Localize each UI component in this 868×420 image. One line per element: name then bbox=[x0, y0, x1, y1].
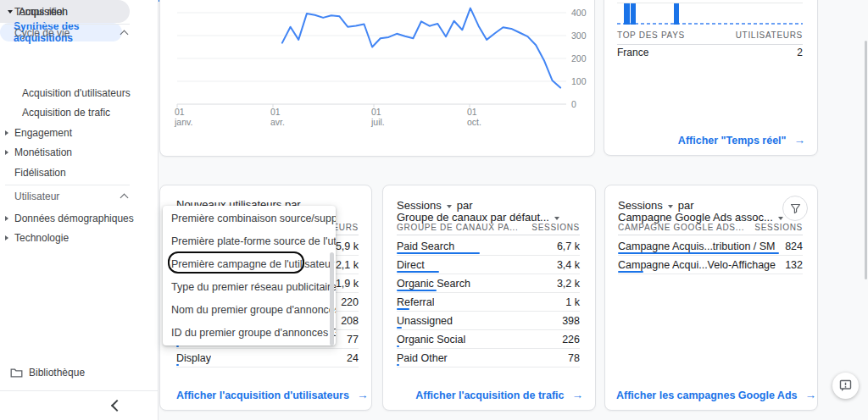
divider bbox=[5, 185, 130, 185]
triangle-down-icon bbox=[8, 10, 13, 14]
dropdown-caret-icon bbox=[447, 205, 452, 208]
table-header: CAMPAGNE GOOGLE ADS... SESSIONS bbox=[618, 223, 803, 232]
metric-selector[interactable]: Sessions par bbox=[397, 199, 473, 212]
row-label: Display bbox=[176, 352, 211, 364]
table-row: Unassigned398 bbox=[397, 312, 580, 330]
arrow-right-icon: → bbox=[804, 389, 816, 401]
view-google-ads-campaigns-link[interactable]: Afficher les campagnes Google Ads→ bbox=[616, 389, 804, 401]
sidebar-item-technologie[interactable]: Technologie bbox=[5, 229, 69, 247]
triangle-right-icon bbox=[5, 150, 8, 155]
row-value: 78 bbox=[568, 352, 580, 364]
link-label: Afficher les campagnes Google Ads bbox=[616, 390, 797, 401]
triangle-right-icon bbox=[5, 130, 8, 135]
sidebar-item-monetisation[interactable]: Monétisation bbox=[5, 143, 72, 162]
sidebar-item-engagement[interactable]: Engagement bbox=[5, 124, 72, 142]
sidebar-item-label: Acquisition de trafic bbox=[22, 107, 110, 119]
triangle-right-icon bbox=[5, 216, 8, 221]
sidebar-item-acquisition-utilisateurs[interactable]: Acquisition d'utilisateurs bbox=[22, 84, 131, 102]
row-value: 2,1 k bbox=[336, 259, 359, 271]
row-label: Organic Social bbox=[397, 334, 465, 345]
metric-label: Sessions bbox=[618, 199, 663, 212]
row-value: 824 bbox=[785, 240, 803, 252]
dropdown-caret-icon bbox=[778, 217, 783, 220]
row-bar bbox=[397, 345, 399, 347]
sidebar-section-utilisateur[interactable]: Utilisateur bbox=[14, 190, 127, 203]
row-bar bbox=[397, 290, 437, 291]
x-axis-tick-label: 01oct. bbox=[467, 107, 481, 127]
page-scrollbar[interactable] bbox=[865, 41, 867, 279]
section-label: Cycle de vie bbox=[14, 27, 70, 39]
realtime-minute-bar bbox=[631, 3, 637, 25]
row-bar bbox=[176, 364, 179, 366]
sidebar-item-label: Fidélisation bbox=[14, 167, 66, 179]
triangle-right-icon bbox=[5, 235, 8, 240]
row-label: Referral bbox=[397, 296, 434, 308]
sidebar-item-bibliotheque[interactable]: Bibliothèque bbox=[10, 363, 85, 382]
google-ads-campaigns-table: Campagne Acquis...tribution / SM824Campa… bbox=[618, 237, 803, 274]
folder-icon bbox=[10, 368, 23, 379]
row-value: 77 bbox=[347, 334, 359, 345]
dimension-selector[interactable]: Campagne Google Ads assoc... bbox=[618, 211, 785, 224]
menu-item[interactable]: ID du premier groupe d'annonces Google..… bbox=[163, 322, 336, 345]
chevron-left-icon bbox=[110, 400, 122, 412]
table-row: Paid Other78 bbox=[397, 349, 580, 368]
table-row: Campagne Acquis...tribution / SM824 bbox=[618, 237, 803, 256]
table-row: Referral1 k bbox=[397, 293, 580, 312]
sidebar-item-acquisition-trafic[interactable]: Acquisition de trafic bbox=[22, 103, 110, 122]
feedback-button[interactable] bbox=[832, 373, 859, 399]
filter-button[interactable] bbox=[782, 196, 808, 221]
sidebar-item-label: Technologie bbox=[14, 232, 69, 244]
row-value: 24 bbox=[347, 352, 359, 364]
users-line-chart bbox=[177, 0, 566, 108]
row-value: 220 bbox=[341, 296, 359, 308]
dropdown-caret-icon bbox=[668, 205, 673, 208]
sidebar-section-cycle-de-vie[interactable]: Cycle de vie bbox=[14, 26, 127, 40]
menu-item[interactable]: Première campagne de l'utilisateur bbox=[163, 252, 336, 275]
realtime-table-header: TOP DES PAYS UTILISATEURS bbox=[617, 30, 803, 40]
y-axis-tick-label: 400 bbox=[571, 8, 592, 18]
row-value: 226 bbox=[562, 334, 580, 345]
menu-scrollbar[interactable] bbox=[330, 252, 334, 345]
sidebar-item-donnees-demographiques[interactable]: Données démographiques bbox=[5, 209, 134, 228]
sidebar-collapse-button[interactable] bbox=[108, 399, 122, 412]
column-sessions: SESSIONS bbox=[531, 223, 580, 232]
speech-bubble-exclamation-icon bbox=[839, 379, 852, 392]
menu-item[interactable]: Type du premier réseau publicitaire Goog… bbox=[163, 276, 336, 299]
dimension-selector[interactable]: Groupe de canaux par défaut... bbox=[397, 211, 561, 224]
preposition-label: par bbox=[678, 199, 694, 212]
row-label: Organic Search bbox=[397, 278, 470, 290]
row-bar bbox=[397, 327, 402, 329]
realtime-minute-bar bbox=[624, 3, 630, 25]
divider bbox=[0, 390, 158, 391]
sidebar-item-label: Engagement bbox=[14, 127, 72, 139]
row-value: 398 bbox=[562, 315, 580, 327]
sidebar-item-label: Données démographiques bbox=[14, 213, 134, 224]
row-value: 3,2 k bbox=[557, 278, 580, 290]
sidebar-item-temps-reel[interactable]: Temps réel bbox=[14, 3, 64, 21]
y-axis-tick-label: 100 bbox=[571, 76, 592, 86]
row-bar bbox=[397, 308, 409, 310]
view-realtime-link[interactable]: Afficher "Temps réel"→ bbox=[615, 134, 805, 146]
link-label: Afficher l'acquisition d'utilisateurs bbox=[176, 390, 349, 401]
menu-item[interactable]: Première plate-forme source de l'utilisa… bbox=[163, 229, 336, 252]
table-row: Direct3,4 k bbox=[397, 256, 580, 274]
link-label: Afficher "Temps réel" bbox=[678, 135, 787, 146]
metric-selector[interactable]: Sessions par bbox=[618, 199, 694, 212]
row-value: 1 k bbox=[565, 296, 580, 308]
column-sessions: SESSIONS bbox=[754, 223, 803, 232]
menu-item[interactable]: Première combinaison source/support d... bbox=[163, 207, 336, 229]
divider bbox=[397, 235, 580, 235]
column-top-des-pays: TOP DES PAYS bbox=[617, 30, 685, 40]
dimension-label: Groupe de canaux par défaut... bbox=[397, 211, 549, 224]
column-groupe-de-canaux: GROUPE DE CANAUX PA... bbox=[397, 223, 519, 232]
table-row: Paid Search6,7 k bbox=[397, 237, 580, 256]
menu-item[interactable]: Nom du premier groupe d'annonces Goo... bbox=[163, 299, 336, 322]
funnel-icon bbox=[790, 203, 801, 214]
view-user-acquisition-link[interactable]: Afficher l'acquisition d'utilisateurs→ bbox=[176, 389, 362, 401]
row-label: Unassigned bbox=[397, 315, 453, 327]
column-campagne-google-ads: CAMPAGNE GOOGLE ADS... bbox=[618, 223, 744, 232]
table-row: France 2 bbox=[617, 47, 803, 58]
divider bbox=[618, 235, 803, 235]
view-traffic-acquisition-link[interactable]: Afficher l'acquisition de trafic→ bbox=[397, 389, 583, 401]
sidebar-item-fidelisation[interactable]: Fidélisation bbox=[14, 163, 66, 182]
